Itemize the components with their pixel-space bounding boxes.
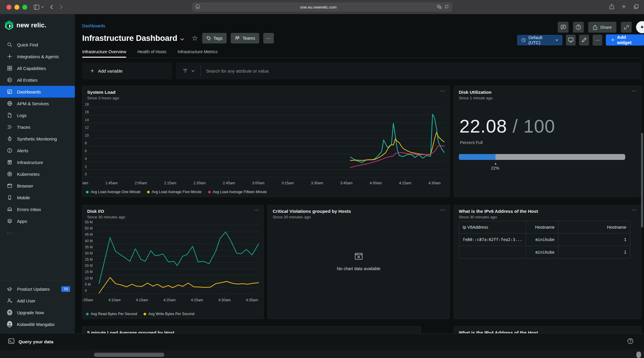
legend-item[interactable]: Avg Read Bytes Per Second	[86, 312, 137, 316]
panel-menu-button[interactable]: ⋯	[632, 88, 637, 94]
vertical-scrollbar[interactable]	[641, 133, 643, 227]
newrelic-logo[interactable]: new relic.	[5, 21, 46, 30]
disk-io-chart[interactable]: 05 M10 M15 M20 M25 M30 M35 M40 M45 M50 M…	[82, 205, 263, 319]
sidebar-item-label: Mobile	[17, 195, 30, 200]
ipv6-table[interactable]: Ip V6AddressHostnameHostnamefe80::c87a:6…	[459, 221, 630, 259]
y-tick-label: 10 M	[85, 276, 93, 280]
back-icon[interactable]	[50, 5, 53, 9]
tabs-icon[interactable]	[634, 4, 639, 10]
sidebar-item-logs[interactable]: Logs	[0, 109, 75, 121]
address-bar[interactable]: one.eu.newrelic.com	[192, 2, 452, 12]
sidebar-item-label: Quick Find	[17, 42, 38, 47]
legend-label: Avg Load Average One Minute	[91, 190, 141, 194]
sidebar-item-product-updates[interactable]: Product Updates70	[0, 283, 75, 295]
browser-chrome: one.eu.newrelic.com	[0, 0, 644, 14]
system-load-chart[interactable]: 0246810121416181:30am1:45am2:00am2:15am2…	[82, 86, 449, 197]
panel-menu-button[interactable]: ⋯	[632, 207, 637, 213]
megaphone-icon	[7, 286, 12, 292]
attribute-search[interactable]: Search for any attribute or value.	[176, 62, 641, 79]
timezone-label: Default (UTC)	[528, 35, 553, 45]
panel-critical-violations: Critical Violations grouped by Hosts Sin…	[268, 205, 450, 319]
ai-assistant-button[interactable]: ✦ +	[636, 21, 644, 33]
sidebar-item-upgrade-now[interactable]: Upgrade Now	[0, 307, 75, 318]
y-tick-label: 10	[85, 133, 89, 138]
table-header-cell[interactable]: Hostname	[558, 221, 630, 233]
synthetic-icon	[7, 136, 12, 141]
sidebar-item-add-user[interactable]: Add User	[0, 295, 75, 307]
breadcrumb[interactable]: Dashboards	[82, 24, 105, 28]
zoom-window-button[interactable]	[22, 5, 27, 10]
y-tick-label: 8	[85, 141, 87, 145]
sidebar-toggle-icon[interactable]	[34, 5, 44, 10]
help-button[interactable]	[573, 22, 584, 33]
legend-item[interactable]: Avg Load Average Five Minute	[147, 190, 202, 194]
panel-subtitle: Since 30 minutes ago	[87, 215, 125, 219]
add-widget-button[interactable]: + Add widget	[606, 34, 644, 46]
sidebar-item-kolaw-l-mangabo[interactable]: Kolawôlé Mangabo	[0, 318, 75, 330]
table-header-cell[interactable]: Hostname	[526, 221, 558, 233]
sidebar-item-alerts[interactable]: Alerts	[0, 145, 75, 156]
sidebar-item-errors-inbox[interactable]: Errors Inbox	[0, 203, 75, 215]
sidebar-item-synthetic-monitoring[interactable]: Synthetic Monitoring	[0, 133, 75, 145]
chevron-down-icon[interactable]	[180, 36, 184, 42]
new-tab-icon[interactable]	[622, 4, 626, 10]
sidebar-item-mobile[interactable]: Mobile	[0, 192, 75, 203]
add-variable-button[interactable]: + Add variable	[82, 62, 172, 79]
query-your-data-bar[interactable]: Query your data	[0, 333, 644, 350]
teams-button[interactable]: Teams	[231, 33, 259, 44]
close-window-button[interactable]	[6, 5, 11, 10]
sidebar-item-apps[interactable]: Apps	[0, 215, 75, 227]
chevron-down-icon[interactable]	[191, 70, 195, 72]
panel-menu-button[interactable]: ⋯	[440, 88, 445, 94]
dashboard-toolbar: Default (UTC) ⋯ + Add widget	[517, 35, 644, 45]
sidebar-item-apm-services[interactable]: APM & Services	[0, 98, 75, 109]
timezone-selector[interactable]: Default (UTC)	[517, 35, 562, 45]
x-tick-label: 4:10am	[108, 298, 121, 302]
feedback-button[interactable]	[558, 22, 569, 33]
sidebar-item-quick-find[interactable]: Quick Find	[0, 39, 75, 51]
legend-item[interactable]: Avg Load Average Fifteen Minute	[208, 190, 267, 194]
sidebar-item-browser[interactable]: Browser	[0, 180, 75, 192]
sidebar-item-integrations-agents[interactable]: Integrations & Agents	[0, 51, 75, 62]
tab-infrastructure-metrics[interactable]: Infrastructure Metrics	[178, 49, 218, 58]
share-icon[interactable]	[609, 4, 614, 11]
share-button[interactable]: Share	[588, 22, 616, 33]
x-tick-label: 3:30am	[311, 181, 323, 185]
table-header-cell[interactable]: Ip V6Address	[459, 221, 526, 233]
tv-mode-button[interactable]	[566, 35, 576, 46]
edit-button[interactable]	[579, 35, 589, 46]
tags-button[interactable]: Tags	[202, 33, 227, 44]
query-help-button[interactable]	[627, 338, 633, 345]
copy-link-button[interactable]	[621, 22, 632, 33]
x-tick-label: 3:00am	[252, 181, 264, 185]
minimize-window-button[interactable]	[14, 5, 19, 10]
scrollbar-corner-nub[interactable]	[636, 352, 641, 358]
panel-menu-button[interactable]: ⋯	[254, 207, 259, 213]
table-row[interactable]: minikube1	[459, 246, 630, 258]
tab-infrastructure-overview[interactable]: Infrastructure Overview	[82, 49, 126, 58]
translate-icon[interactable]	[437, 5, 441, 10]
empty-state-text: No chart data available	[268, 266, 449, 271]
sidebar-item-kubernetes[interactable]: Kubernetes	[0, 168, 75, 180]
forward-icon[interactable]	[60, 5, 63, 9]
horizontal-scrollbar-thumb[interactable]	[94, 353, 164, 357]
add-variable-label: Add variable	[98, 68, 122, 73]
title-more-button[interactable]: ⋯	[263, 33, 274, 44]
page-title: Infrastructure Dashboard	[82, 34, 177, 43]
sidebar-item-all-entities[interactable]: All Entities	[0, 74, 75, 86]
sidebar-item-infrastructure[interactable]: Infrastructure	[0, 156, 75, 168]
sidebar-more-button[interactable]: ...	[0, 227, 75, 237]
filter-icon	[183, 69, 188, 73]
legend-item[interactable]: Avg Write Bytes Per Second	[144, 312, 194, 316]
legend-item[interactable]: Avg Load Average One Minute	[86, 190, 141, 194]
favorite-star-icon[interactable]: ☆	[192, 34, 198, 42]
panel-subtitle: Since 30 minutes ago	[459, 215, 497, 219]
table-row[interactable]: fe80::c87a:62ff:fea2:3...minikube1	[459, 233, 630, 246]
sidebar-item-traces[interactable]: Traces	[0, 121, 75, 133]
reload-icon[interactable]	[444, 4, 449, 10]
sidebar-item-all-capabilities[interactable]: All Capabilities	[0, 62, 75, 74]
panel-menu-button[interactable]: ⋯	[440, 207, 445, 213]
sidebar-item-dashboards[interactable]: Dashboards	[0, 86, 75, 98]
tab-health-of-hosts[interactable]: Health of Hosts	[137, 49, 166, 58]
toolbar-more-button[interactable]: ⋯	[593, 35, 603, 46]
